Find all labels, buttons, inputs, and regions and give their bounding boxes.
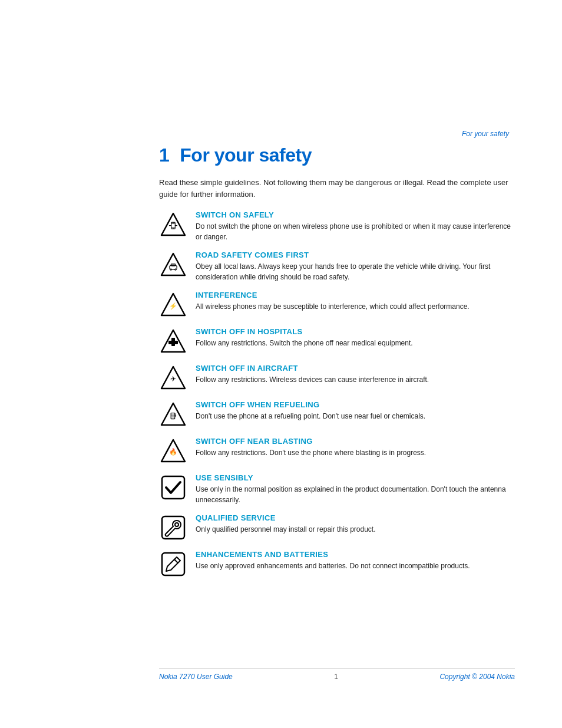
item-title-road-safety: ROAD SAFETY COMES FIRST: [196, 251, 515, 259]
safety-item-road-safety: ROAD SAFETY COMES FIRSTObey all local la…: [159, 251, 515, 282]
safety-item-interference: ⚡ INTERFERENCEAll wireless phones may be…: [159, 291, 515, 319]
page: For your safety 1For your safety Read th…: [0, 0, 562, 728]
item-content-interference: INTERFERENCEAll wireless phones may be s…: [196, 291, 515, 312]
square-check-icon: [159, 473, 187, 502]
safety-item-aircraft: ✈ SWITCH OFF IN AIRCRAFTFollow any restr…: [159, 364, 515, 392]
square-wrench-icon: [159, 513, 187, 542]
item-title-switch-on-safely: SWITCH ON SAFELY: [196, 210, 515, 219]
page-footer: Nokia 7270 User Guide 1 Copyright © 2004…: [159, 668, 515, 681]
svg-text:✈: ✈: [170, 375, 176, 383]
item-title-refueling: SWITCH OFF WHEN REFUELING: [196, 400, 515, 409]
safety-item-blasting: 🔥 SWITCH OFF NEAR BLASTINGFollow any res…: [159, 437, 515, 465]
safety-items-container: SWITCH ON SAFELYDo not switch the phone …: [159, 210, 515, 578]
safety-item-switch-on-safely: SWITCH ON SAFELYDo not switch the phone …: [159, 210, 515, 242]
item-content-use-sensibly: USE SENSIBLYUse only in the normal posit…: [196, 473, 515, 505]
footer-page-number: 1: [334, 673, 338, 681]
item-desc-aircraft: Follow any restrictions. Wireless device…: [196, 374, 515, 385]
svg-marker-8: [161, 253, 185, 275]
item-desc-interference: All wireless phones may be susceptible t…: [196, 301, 515, 312]
safety-item-use-sensibly: USE SENSIBLYUse only in the normal posit…: [159, 473, 515, 505]
svg-rect-32: [162, 553, 184, 575]
warning-cross-icon: [159, 327, 187, 355]
item-desc-switch-on-safely: Do not switch the phone on when wireless…: [196, 221, 515, 242]
svg-text:🔥: 🔥: [169, 447, 177, 456]
item-title-enhancements: ENHANCEMENTS AND BATTERIES: [196, 550, 515, 559]
svg-marker-0: [161, 213, 185, 235]
square-pen-icon: [159, 550, 187, 578]
svg-point-4: [173, 228, 173, 229]
footer-left: Nokia 7270 User Guide: [159, 673, 233, 681]
main-content: 1For your safety Read these simple guide…: [159, 144, 515, 587]
safety-item-enhancements: ENHANCEMENTS AND BATTERIESUse only appro…: [159, 550, 515, 578]
item-content-switch-on-safely: SWITCH ON SAFELYDo not switch the phone …: [196, 210, 515, 242]
item-desc-enhancements: Use only approved enhancements and batte…: [196, 561, 515, 571]
safety-item-hospitals: SWITCH OFF IN HOSPITALSFollow any restri…: [159, 327, 515, 355]
item-content-blasting: SWITCH OFF NEAR BLASTINGFollow any restr…: [196, 437, 515, 458]
warning-fuel-icon: [159, 400, 187, 429]
item-desc-refueling: Don't use the phone at a refueling point…: [196, 411, 515, 421]
warning-blast-icon: 🔥: [159, 437, 187, 465]
item-title-use-sensibly: USE SENSIBLY: [196, 473, 515, 482]
item-content-hospitals: SWITCH OFF IN HOSPITALSFollow any restri…: [196, 327, 515, 348]
item-content-aircraft: SWITCH OFF IN AIRCRAFTFollow any restric…: [196, 364, 515, 385]
chapter-title: 1For your safety: [159, 144, 515, 166]
item-title-hospitals: SWITCH OFF IN HOSPITALS: [196, 327, 515, 336]
svg-rect-19: [168, 341, 178, 344]
safety-item-refueling: SWITCH OFF WHEN REFUELINGDon't use the p…: [159, 400, 515, 429]
svg-text:⚡: ⚡: [169, 302, 177, 310]
item-desc-qualified-service: Only qualified personnel may install or …: [196, 524, 515, 535]
item-title-qualified-service: QUALIFIED SERVICE: [196, 513, 515, 522]
chapter-number: 1: [159, 144, 169, 166]
item-content-road-safety: ROAD SAFETY COMES FIRSTObey all local la…: [196, 251, 515, 282]
intro-text: Read these simple guidelines. Not follow…: [159, 177, 515, 200]
footer-right: Copyright © 2004 Nokia: [439, 673, 515, 681]
warning-interference-icon: ⚡: [159, 291, 187, 319]
item-desc-use-sensibly: Use only in the normal position as expla…: [196, 484, 515, 505]
warning-phone-icon: [159, 210, 187, 239]
item-content-refueling: SWITCH OFF WHEN REFUELINGDon't use the p…: [196, 400, 515, 421]
svg-marker-22: [161, 403, 185, 425]
item-content-enhancements: ENHANCEMENTS AND BATTERIESUse only appro…: [196, 550, 515, 571]
item-desc-blasting: Follow any restrictions. Don't use the p…: [196, 447, 515, 458]
item-desc-hospitals: Follow any restrictions. Switch the phon…: [196, 338, 515, 348]
item-content-qualified-service: QUALIFIED SERVICEOnly qualified personne…: [196, 513, 515, 535]
warning-plane-icon: ✈: [159, 364, 187, 392]
item-title-aircraft: SWITCH OFF IN AIRCRAFT: [196, 364, 515, 373]
warning-car-icon: [159, 251, 187, 279]
safety-item-qualified-service: QUALIFIED SERVICEOnly qualified personne…: [159, 513, 515, 542]
item-title-interference: INTERFERENCE: [196, 291, 515, 299]
item-title-blasting: SWITCH OFF NEAR BLASTING: [196, 437, 515, 446]
item-desc-road-safety: Obey all local laws. Always keep your ha…: [196, 261, 515, 282]
header-label: For your safety: [462, 130, 509, 138]
svg-rect-25: [171, 416, 174, 417]
